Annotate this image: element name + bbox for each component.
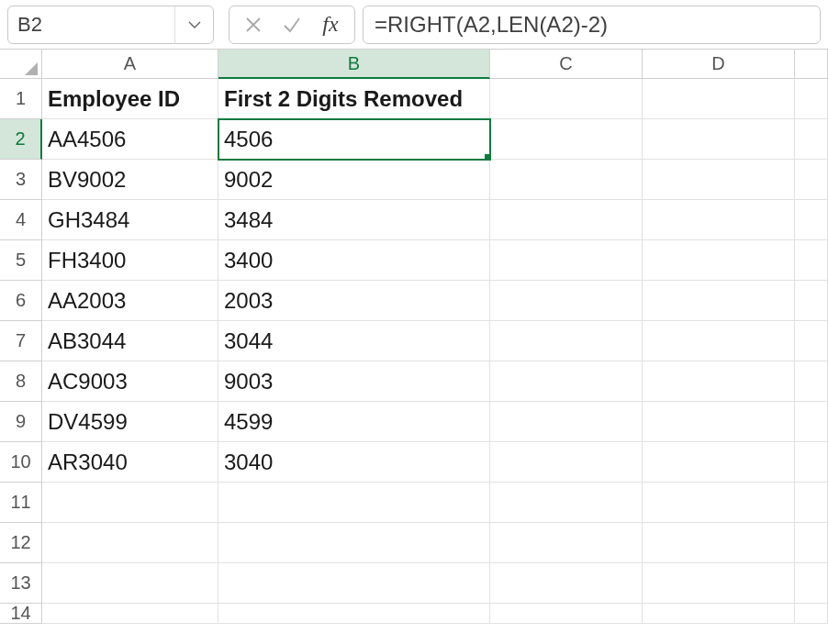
cell-D3[interactable] bbox=[643, 160, 795, 200]
cell-B1[interactable]: First 2 Digits Removed bbox=[218, 79, 490, 119]
cell-A2[interactable]: AA4506 bbox=[42, 119, 218, 160]
cell-A9[interactable]: DV4599 bbox=[42, 402, 218, 442]
cell-C11[interactable] bbox=[490, 483, 643, 523]
cell-B8[interactable]: 9003 bbox=[218, 361, 490, 402]
cell-A6[interactable]: AA2003 bbox=[42, 281, 218, 321]
cell-A10[interactable]: AR3040 bbox=[42, 442, 218, 483]
row-header-10[interactable]: 10 bbox=[0, 442, 42, 483]
cell-D6[interactable] bbox=[643, 281, 795, 321]
cell-B5[interactable]: 3400 bbox=[218, 240, 490, 281]
column-header-D[interactable]: D bbox=[643, 50, 795, 79]
cell-A13[interactable] bbox=[42, 563, 218, 604]
cell-D7[interactable] bbox=[643, 321, 795, 361]
cell-E1[interactable] bbox=[795, 79, 828, 119]
cell-D12[interactable] bbox=[643, 523, 795, 563]
column-header-B[interactable]: B bbox=[218, 50, 490, 79]
cell-A3[interactable]: BV9002 bbox=[42, 160, 218, 200]
row-header-8[interactable]: 8 bbox=[0, 361, 42, 402]
cell-D5[interactable] bbox=[643, 240, 795, 281]
cell-B9[interactable]: 4599 bbox=[218, 402, 490, 442]
cell-C5[interactable] bbox=[490, 240, 643, 281]
row-header-1[interactable]: 1 bbox=[0, 79, 42, 119]
cell-E11[interactable] bbox=[795, 483, 828, 523]
cell-E2[interactable] bbox=[795, 119, 828, 160]
row-header-9[interactable]: 9 bbox=[0, 402, 42, 442]
cell-E7[interactable] bbox=[795, 321, 828, 361]
cell-E10[interactable] bbox=[795, 442, 828, 483]
cell-D8[interactable] bbox=[643, 361, 795, 402]
cancel-icon[interactable] bbox=[237, 8, 270, 41]
cell-C10[interactable] bbox=[490, 442, 643, 483]
row-header-2[interactable]: 2 bbox=[0, 119, 42, 160]
column-header-A[interactable]: A bbox=[42, 50, 218, 79]
cell-C6[interactable] bbox=[490, 281, 643, 321]
cell-A1[interactable]: Employee ID bbox=[42, 79, 218, 119]
row-header-14[interactable]: 14 bbox=[0, 604, 42, 624]
cell-D13[interactable] bbox=[643, 563, 795, 604]
cell-B2[interactable]: 4506 bbox=[218, 119, 490, 160]
cell-A12[interactable] bbox=[42, 523, 218, 563]
cell-C1[interactable] bbox=[490, 79, 643, 119]
cell-C9[interactable] bbox=[490, 402, 643, 442]
name-box[interactable]: B2 bbox=[7, 6, 214, 44]
formula-input[interactable]: =RIGHT(A2,LEN(A2)-2) bbox=[363, 6, 821, 44]
cell-B13[interactable] bbox=[218, 563, 490, 604]
cell-C13[interactable] bbox=[490, 563, 643, 604]
cell-B14[interactable] bbox=[218, 604, 490, 624]
cell-A11[interactable] bbox=[42, 483, 218, 523]
enter-icon[interactable] bbox=[275, 8, 308, 41]
cell-B12[interactable] bbox=[218, 523, 490, 563]
table-row: 13 bbox=[0, 563, 828, 604]
cell-C2[interactable] bbox=[490, 119, 643, 160]
cell-B3[interactable]: 9002 bbox=[218, 160, 490, 200]
row-header-7[interactable]: 7 bbox=[0, 321, 42, 361]
cell-B11[interactable] bbox=[218, 483, 490, 523]
cell-A8[interactable]: AC9003 bbox=[42, 361, 218, 402]
cell-E14[interactable] bbox=[795, 604, 828, 624]
cell-A14[interactable] bbox=[42, 604, 218, 624]
row-header-11[interactable]: 11 bbox=[0, 483, 42, 523]
cell-C8[interactable] bbox=[490, 361, 643, 402]
cell-D4[interactable] bbox=[643, 200, 795, 240]
cell-D9[interactable] bbox=[643, 402, 795, 442]
cell-D14[interactable] bbox=[643, 604, 795, 624]
cell-D11[interactable] bbox=[643, 483, 795, 523]
row-header-4[interactable]: 4 bbox=[0, 200, 42, 240]
cell-B7[interactable]: 3044 bbox=[218, 321, 490, 361]
row-header-13[interactable]: 13 bbox=[0, 563, 42, 604]
cell-E6[interactable] bbox=[795, 281, 828, 321]
cell-E13[interactable] bbox=[795, 563, 828, 604]
name-box-value: B2 bbox=[8, 13, 174, 37]
row-header-5[interactable]: 5 bbox=[0, 240, 42, 281]
cell-B6[interactable]: 2003 bbox=[218, 281, 490, 321]
column-header-C[interactable]: C bbox=[490, 50, 643, 79]
cell-E9[interactable] bbox=[795, 402, 828, 442]
select-all-corner[interactable] bbox=[0, 50, 42, 79]
column-header-extra[interactable] bbox=[795, 50, 828, 79]
cell-B10[interactable]: 3040 bbox=[218, 442, 490, 483]
cell-E3[interactable] bbox=[795, 160, 828, 200]
cell-E12[interactable] bbox=[795, 523, 828, 563]
cell-E8[interactable] bbox=[795, 361, 828, 402]
row-header-6[interactable]: 6 bbox=[0, 281, 42, 321]
cell-A7[interactable]: AB3044 bbox=[42, 321, 218, 361]
row-header-12[interactable]: 12 bbox=[0, 523, 42, 563]
fx-icon[interactable]: fx bbox=[314, 8, 347, 41]
cell-E4[interactable] bbox=[795, 200, 828, 240]
chevron-down-icon[interactable] bbox=[174, 6, 213, 43]
cell-A4[interactable]: GH3484 bbox=[42, 200, 218, 240]
cell-C4[interactable] bbox=[490, 200, 643, 240]
cell-C3[interactable] bbox=[490, 160, 643, 200]
cell-A5[interactable]: FH3400 bbox=[42, 240, 218, 281]
cell-D10[interactable] bbox=[643, 442, 795, 483]
cell-D1[interactable] bbox=[643, 79, 795, 119]
cell-D2[interactable] bbox=[643, 119, 795, 160]
cell-C14[interactable] bbox=[490, 604, 643, 624]
table-row: 10 AR3040 3040 bbox=[0, 442, 828, 483]
cell-B4[interactable]: 3484 bbox=[218, 200, 490, 240]
cell-C12[interactable] bbox=[490, 523, 643, 563]
table-row: 1 Employee ID First 2 Digits Removed bbox=[0, 79, 828, 119]
cell-E5[interactable] bbox=[795, 240, 828, 281]
cell-C7[interactable] bbox=[490, 321, 643, 361]
row-header-3[interactable]: 3 bbox=[0, 160, 42, 200]
